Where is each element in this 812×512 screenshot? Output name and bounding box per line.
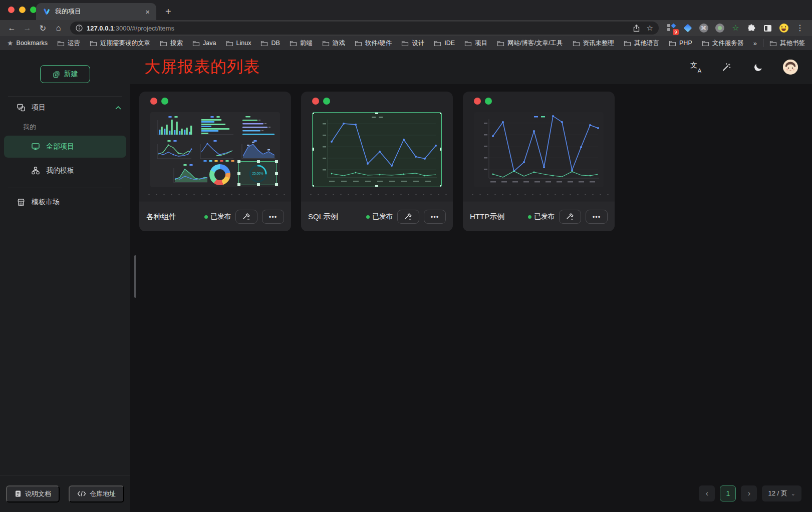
more-actions-button[interactable]: ••• bbox=[424, 210, 446, 224]
user-avatar[interactable] bbox=[783, 60, 798, 75]
sidebar-item-template-market[interactable]: 模板市场 bbox=[0, 191, 130, 213]
more-actions-button[interactable]: ••• bbox=[586, 210, 608, 224]
forward-icon[interactable]: → bbox=[20, 21, 35, 35]
magic-wand-icon[interactable] bbox=[720, 61, 733, 74]
page-header: 大屏报表的列表 文 A bbox=[130, 50, 812, 84]
split-view-icon[interactable] bbox=[763, 24, 772, 33]
bookmark-folder[interactable]: 网站/博客/文章/工具 bbox=[497, 39, 563, 48]
bookmark-folder[interactable]: 项目 bbox=[464, 39, 487, 48]
bookmark-folder[interactable]: PHP bbox=[669, 40, 692, 47]
project-card: SQL示例 已发布 bbox=[301, 92, 453, 231]
edit-project-button[interactable] bbox=[397, 210, 419, 224]
publish-status: 已发布 bbox=[204, 212, 231, 221]
minimize-window-button[interactable] bbox=[19, 7, 26, 13]
gem-extension-icon[interactable] bbox=[683, 24, 692, 33]
bookmark-folder[interactable]: 前端 bbox=[290, 39, 313, 48]
storefront-icon bbox=[17, 198, 26, 207]
url-host: 127.0.0.1 bbox=[87, 25, 114, 32]
bookmark-folder[interactable]: Java bbox=[192, 40, 216, 47]
bookmark-folder[interactable]: 近期需要读的文章 bbox=[90, 39, 150, 48]
folder-icon bbox=[90, 40, 97, 47]
close-window-button[interactable] bbox=[8, 7, 15, 13]
card-green-dot-icon bbox=[323, 98, 330, 105]
prev-page-button[interactable]: ‹ bbox=[699, 485, 715, 501]
browser-tab[interactable]: 我的项目 × bbox=[36, 3, 156, 20]
site-info-icon[interactable] bbox=[76, 25, 83, 32]
current-page[interactable]: 1 bbox=[720, 485, 736, 501]
folder-icon bbox=[464, 40, 472, 47]
repo-button[interactable]: 仓库地址 bbox=[69, 485, 124, 502]
reload-icon[interactable]: ↻ bbox=[35, 21, 51, 35]
sidebar-footer: 说明文档 仓库地址 bbox=[0, 475, 130, 512]
sidebar-item-all-projects[interactable]: 全部项目 bbox=[4, 136, 126, 158]
share-icon[interactable] bbox=[633, 25, 640, 32]
edit-project-button[interactable] bbox=[559, 210, 581, 224]
other-bookmarks-folder[interactable]: 其他书签 bbox=[769, 39, 805, 48]
http-line-chart bbox=[474, 112, 604, 187]
folder-icon bbox=[226, 40, 233, 47]
bookmark-star-icon[interactable]: ☆ bbox=[647, 24, 653, 33]
bookmark-folder[interactable]: DB bbox=[260, 40, 280, 47]
bookmark-folder[interactable]: Linux bbox=[226, 40, 251, 47]
bookmark-folder[interactable]: 其他语言 bbox=[624, 39, 659, 48]
bookmark-folder[interactable]: 资讯未整理 bbox=[573, 39, 615, 48]
main-panel: 大屏报表的列表 文 A bbox=[130, 50, 812, 512]
sidebar-item-my-templates[interactable]: 我的模板 bbox=[0, 160, 130, 182]
monitor-icon bbox=[31, 142, 40, 151]
bookmarks-overflow-icon[interactable]: » bbox=[753, 40, 757, 47]
dark-mode-moon-icon[interactable] bbox=[751, 61, 764, 74]
code-icon bbox=[77, 490, 86, 497]
sidebar-item-project[interactable]: 项目 bbox=[0, 97, 130, 119]
bookmark-folder[interactable]: 游戏 bbox=[322, 39, 345, 48]
address-bar[interactable]: 127.0.0.1:3000/#/project/items ☆ bbox=[70, 22, 659, 35]
recorder-extension-icon[interactable] bbox=[715, 24, 724, 33]
green-star-extension-icon[interactable]: ☆ bbox=[731, 24, 740, 33]
command-extension-icon[interactable]: ⌘ bbox=[699, 24, 708, 33]
edit-project-button[interactable] bbox=[235, 210, 257, 224]
emoji-extension-icon[interactable] bbox=[779, 24, 788, 33]
bookmark-folder[interactable]: 设计 bbox=[401, 39, 424, 48]
traffic-lights bbox=[8, 7, 37, 13]
mini-hbar-chart bbox=[196, 115, 235, 137]
more-actions-button[interactable]: ••• bbox=[262, 210, 284, 224]
back-icon[interactable]: ← bbox=[4, 21, 20, 35]
mini-area-chart bbox=[238, 139, 278, 161]
bookmarks-root[interactable]: ★ Bookmarks bbox=[7, 39, 48, 47]
new-tab-button[interactable]: + bbox=[165, 7, 171, 17]
bookmark-folder[interactable]: 搜索 bbox=[160, 39, 183, 48]
project-thumbnail-components: 25.00% bbox=[150, 112, 280, 187]
bookmarks-divider bbox=[763, 39, 763, 47]
tab-manager-extension-icon[interactable]: 9 bbox=[667, 24, 676, 33]
browser-menu-icon[interactable]: ⋮ bbox=[796, 24, 804, 32]
project-card: 25.00% 各种组件 已发布 bbox=[139, 92, 291, 231]
tab-close-icon[interactable]: × bbox=[145, 8, 150, 16]
project-thumbnail-sql bbox=[312, 112, 442, 187]
publish-status: 已发布 bbox=[528, 212, 555, 221]
document-icon bbox=[15, 490, 22, 497]
folder-icon bbox=[669, 40, 676, 47]
new-project-button[interactable]: 新建 bbox=[40, 65, 90, 83]
bookmark-folder[interactable]: 文件服务器 bbox=[702, 39, 744, 48]
card-green-dot-icon bbox=[485, 98, 492, 105]
card-green-dot-icon bbox=[161, 98, 168, 105]
folder-icon bbox=[434, 40, 441, 47]
mini-line-chart-2 bbox=[196, 139, 235, 161]
sidebar: 新建 项目 我的 bbox=[0, 50, 130, 512]
bookmark-folder[interactable]: 运营 bbox=[57, 39, 80, 48]
more-dots-icon: ••• bbox=[431, 213, 439, 221]
next-page-button[interactable]: › bbox=[741, 485, 757, 501]
docs-button[interactable]: 说明文档 bbox=[6, 485, 60, 502]
bookmark-folder[interactable]: IDE bbox=[434, 40, 455, 47]
chevron-up-icon[interactable] bbox=[115, 106, 121, 110]
page-size-select[interactable]: 12 / 页 ⌄ bbox=[762, 485, 801, 501]
browser-toolbar: ← → ↻ ⌂ 127.0.0.1:3000/#/project/items ☆ bbox=[0, 20, 812, 36]
extensions-row: 9 ⌘ ☆ ⋮ bbox=[667, 24, 804, 33]
bookmark-folder[interactable]: 软件/硬件 bbox=[355, 39, 392, 48]
publish-status: 已发布 bbox=[366, 212, 393, 221]
home-icon[interactable]: ⌂ bbox=[51, 21, 66, 35]
puzzle-extensions-icon[interactable] bbox=[747, 24, 756, 33]
language-icon[interactable]: 文 A bbox=[690, 62, 701, 72]
scrollbar-thumb[interactable] bbox=[134, 255, 136, 298]
mini-progress-selected: 25.00% bbox=[238, 161, 277, 185]
folder-icon bbox=[290, 40, 297, 47]
